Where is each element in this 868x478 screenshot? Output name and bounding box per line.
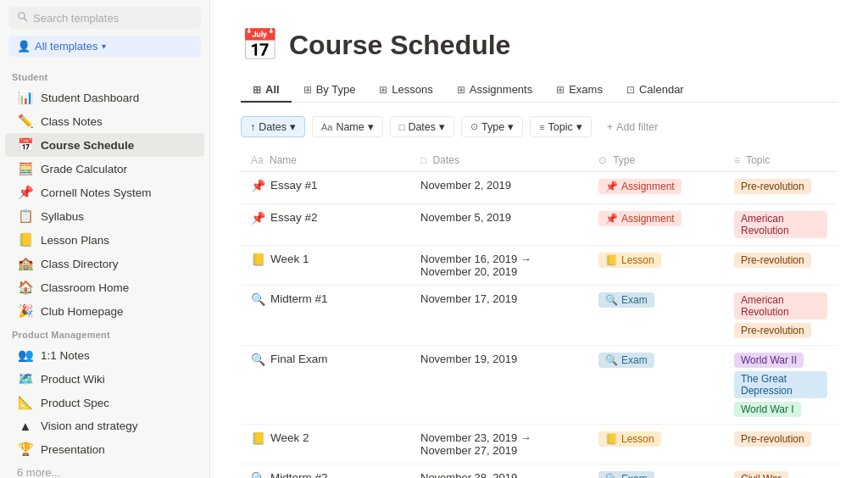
sidebar-item-label: Vision and strategy [41,420,138,432]
sidebar-item-class-directory[interactable]: 🏫 Class Directory [5,252,204,275]
sidebar-item-vision-strategy[interactable]: ▲ Vision and strategy [5,414,204,437]
table-row[interactable]: 🔍Final ExamNovember 19, 2019🔍 ExamWorld … [241,346,837,425]
topic-tag: The Great Depression [734,371,827,398]
name-icon: Aa [321,122,332,132]
sidebar-item-lesson-plans[interactable]: 📒 Lesson Plans [5,228,204,252]
topic-filter[interactable]: ≡ Topic ▾ [530,116,592,137]
tab-all-icon: ⊞ [253,84,261,96]
cell-type: 📌 Assignment [588,172,724,204]
table-row[interactable]: 🔍Midterm #1November 17, 2019🔍 ExamAmeric… [241,286,837,346]
notebook-icon: 📒 [17,232,34,247]
sidebar-item-class-notes[interactable]: ✏️ Class Notes [5,109,204,133]
search-box[interactable]: Search templates [8,7,201,29]
tab-calendar-icon: ⊡ [626,84,635,96]
add-filter-label: Add filter [616,121,658,133]
type-emoji: 📌 [605,213,618,225]
name-filter[interactable]: Aa Name ▾ [312,116,383,137]
tab-exams-icon: ⊞ [556,84,565,96]
section-label-product: Product Management [0,323,209,343]
dates-icon: □ [399,122,405,132]
topic-icon: ≡ [539,122,544,132]
table-row[interactable]: 📌Essay #2November 5, 2019📌 AssignmentAme… [241,204,837,246]
row-name-text: Week 1 [270,253,309,265]
sidebar-item-label: Lesson Plans [41,234,109,247]
database-table: Aa Name □ Dates ⊙ Type ≡ Topic 📌Essay #1… [241,149,837,478]
col-header-topic: ≡ Topic [724,149,837,172]
page-header: 📅 Course Schedule [241,27,837,63]
type-badge: 📒 Lesson [598,253,661,268]
tab-lessons[interactable]: ⊞ Lessons [367,78,444,103]
sidebar-item-product-spec[interactable]: 📐 Product Spec [5,391,204,414]
sidebar-item-label: Presentation [41,443,105,456]
type-emoji: 📒 [605,433,618,445]
cell-name: 📒Week 2 [241,425,410,464]
people-icon: 👥 [17,347,34,363]
sidebar-item-club-homepage[interactable]: 🎉 Club Homepage [5,299,204,323]
type-icon: ⊙ [470,121,478,132]
dates-sort-filter[interactable]: ↑ Dates ▾ [241,116,305,137]
table-row[interactable]: 📒Week 2November 23, 2019 → November 27, … [241,425,837,464]
topic-tag: American Revolution [734,292,827,320]
sidebar-item-grade-calculator[interactable]: 🧮 Grade Calculator [5,157,204,181]
type-badge: 📌 Assignment [598,211,682,226]
table-row[interactable]: 📒Week 1November 16, 2019 → November 20, … [241,246,837,286]
type-emoji: 🔍 [605,354,618,366]
pencil-icon: ✏️ [17,114,34,129]
tab-calendar[interactable]: ⊡ Calendar [615,78,696,103]
type-badge: 🔍 Exam [598,471,654,478]
sidebar-section-student: Student 📊 Student Dashboard ✏️ Class Not… [0,65,209,323]
col-header-name: Aa Name [241,149,410,172]
cell-dates: November 17, 2019 [410,286,588,346]
cell-name: 🔍Midterm #1 [241,286,410,346]
row-icon: 📒 [251,431,265,445]
table-row[interactable]: 🔍Midterm #2November 28, 2019🔍 ExamCivil … [241,464,837,479]
type-emoji: 🔍 [605,473,618,478]
main-content: 📅 Course Schedule ⊞ All ⊞ By Type ⊞ Less… [210,0,868,478]
dates-filter-label: Dates [408,121,436,133]
cell-name: 📌Essay #2 [241,204,410,246]
tab-assignments[interactable]: ⊞ Assignments [445,78,544,103]
cell-topic: Pre-revolution [724,246,837,286]
sidebar-item-product-wiki[interactable]: 🗺️ Product Wiki [5,367,204,391]
sidebar-item-1on1-notes[interactable]: 👥 1:1 Notes [5,343,204,367]
sidebar-item-cornell-notes[interactable]: 📌 Cornell Notes System [5,181,204,204]
sidebar-item-course-schedule[interactable]: 📅 Course Schedule [5,133,204,157]
type-filter[interactable]: ⊙ Type ▾ [461,116,523,137]
type-filter-label: Type [481,121,504,133]
type-emoji: 📒 [605,254,618,266]
tab-by-type[interactable]: ⊞ By Type [292,78,368,103]
cell-name: 🔍Midterm #2 [241,464,410,479]
sidebar-item-label: Class Notes [41,115,103,128]
chevron-down-icon: ▾ [368,120,374,133]
all-templates-button[interactable]: 👤 All templates ▾ [8,36,201,57]
sidebar-item-label: Classroom Home [41,281,129,294]
add-filter-button[interactable]: + Add filter [598,118,667,136]
dates-filter[interactable]: □ Dates ▾ [390,116,454,137]
sidebar-item-classroom-home[interactable]: 🏠 Classroom Home [5,275,204,299]
more-link[interactable]: 6 more... [5,461,204,478]
cell-name: 📌Essay #1 [241,172,410,204]
tab-lessons-label: Lessons [392,83,432,96]
col-header-type: ⊙ Type [588,149,724,172]
cell-topic: Pre-revolution [724,172,837,204]
row-icon: 🔍 [251,471,265,478]
sidebar-item-student-dashboard[interactable]: 📊 Student Dashboard [5,86,204,109]
tab-assignments-icon: ⊞ [457,84,465,96]
tab-exams[interactable]: ⊞ Exams [544,78,615,103]
home-icon: 🏠 [17,280,34,295]
table-row[interactable]: 📌Essay #1November 2, 2019📌 AssignmentPre… [241,172,837,204]
sidebar-item-label: Product Spec [41,397,109,409]
tab-all[interactable]: ⊞ All [241,78,292,103]
row-name-text: Essay #1 [270,179,318,192]
sidebar-item-syllabus[interactable]: 📋 Syllabus [5,204,204,228]
dates-col-icon: □ [420,154,426,166]
page-icon: 📅 [241,27,279,63]
tab-assignments-label: Assignments [470,83,532,96]
topic-tag: American Revolution [734,211,827,238]
sidebar-item-presentation[interactable]: 🏆 Presentation [5,437,204,461]
cell-topic: Pre-revolution [724,425,837,464]
section-label-student: Student [0,65,209,86]
row-name-text: Final Exam [270,353,328,365]
school-icon: 🏫 [17,256,34,271]
trophy-icon: 🏆 [17,442,34,457]
